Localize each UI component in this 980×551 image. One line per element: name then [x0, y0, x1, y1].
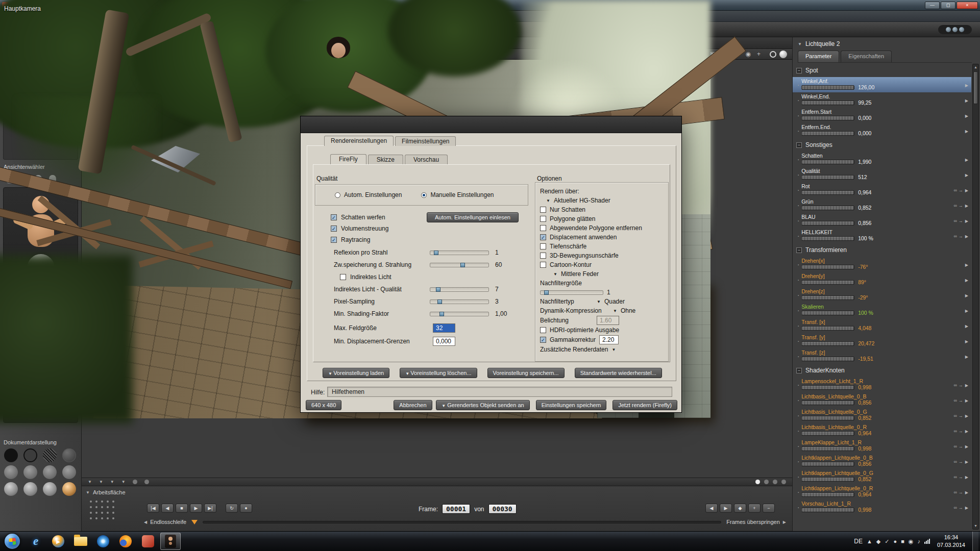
- firefox-icon[interactable]: [115, 533, 136, 550]
- extra-render-data-dropdown[interactable]: Zusätzliche Renderdaten ▼: [540, 345, 664, 354]
- save-preset-button[interactable]: Voreinstellung speichern...: [487, 368, 565, 378]
- hidden-icons-button[interactable]: ▲: [867, 538, 872, 544]
- scroll-up-icon[interactable]: ▲: [973, 64, 978, 70]
- play-button[interactable]: ▶: [190, 504, 202, 513]
- parameter-dial[interactable]: [801, 326, 854, 331]
- animation-key-icons[interactable]: ∞→: [953, 490, 963, 495]
- first-frame-button[interactable]: |◀: [147, 504, 159, 513]
- section-header[interactable]: − Sonstiges: [793, 138, 971, 152]
- parameter-dial[interactable]: [801, 85, 854, 90]
- stop-button[interactable]: ■: [176, 504, 188, 513]
- options-checkbox[interactable]: Tiefenschärfe: [540, 242, 664, 251]
- parameter-menu-icon[interactable]: ▶: [965, 324, 968, 329]
- loop-play-button[interactable]: ↻: [226, 504, 238, 513]
- dialog-tab[interactable]: Rendereinstellungen: [324, 136, 394, 146]
- quality-checkbox[interactable]: Volumenstreuung: [331, 225, 388, 232]
- hdri-checkbox[interactable]: HDRI-optimierte Ausgabe: [540, 325, 664, 335]
- save-settings-button[interactable]: Einstellungen speichern: [536, 400, 607, 410]
- options-checkbox[interactable]: Displacement anwenden: [540, 233, 664, 242]
- section-header[interactable]: − Transformieren: [793, 243, 971, 257]
- collapse-icon[interactable]: −: [796, 247, 802, 253]
- prev-frame-button[interactable]: ◀: [161, 504, 174, 513]
- indirect-light-checkbox[interactable]: Indirektes Licht: [334, 273, 391, 281]
- indirect-light-quality-slider[interactable]: [430, 287, 489, 292]
- parameter-menu-icon[interactable]: ▶: [965, 490, 968, 495]
- manual-settings-radio[interactable]: Manuelle Einstellungen: [421, 191, 494, 198]
- tray-app-4-icon[interactable]: ■: [901, 538, 904, 544]
- maximize-button[interactable]: ◻: [941, 2, 955, 9]
- parameter-menu-icon[interactable]: ▶: [965, 429, 968, 434]
- parameter-menu-icon[interactable]: ▶: [965, 219, 968, 223]
- tone-mapping-dropdown[interactable]: Ohne: [621, 307, 635, 314]
- skip-frames-toggle[interactable]: Frames überspringen ▶: [726, 519, 786, 525]
- postfilter-size-slider[interactable]: [540, 290, 603, 295]
- min-displacement-input[interactable]: 0,000: [433, 337, 455, 346]
- cancel-button[interactable]: Abbrechen: [394, 400, 432, 410]
- help-topics-field[interactable]: Hilfethemen: [327, 387, 672, 397]
- parameter-dial[interactable]: [801, 462, 854, 466]
- parameter-dial[interactable]: [801, 400, 854, 405]
- postfilter-type-dropdown[interactable]: Quader: [604, 298, 625, 305]
- options-checkbox[interactable]: Nur Schatten: [540, 205, 664, 214]
- exposure-input[interactable]: 1.60: [597, 316, 619, 325]
- parameter-menu-icon[interactable]: ▶: [965, 129, 968, 134]
- display-style-button[interactable]: [62, 482, 76, 496]
- parameter-dial[interactable]: [801, 160, 854, 164]
- display-style-button[interactable]: [43, 448, 57, 462]
- parameter-dial[interactable]: [801, 221, 854, 226]
- parameter-menu-icon[interactable]: ▶: [965, 506, 968, 510]
- animation-key-icons[interactable]: ∞→: [953, 383, 963, 388]
- display-style-button[interactable]: [23, 465, 37, 479]
- parameter-scrollbar[interactable]: ▲ ▼: [972, 64, 979, 530]
- network-icon[interactable]: [924, 539, 930, 544]
- options-checkbox[interactable]: Cartoon-Kontur: [540, 260, 664, 269]
- slider-knob[interactable]: [439, 312, 444, 316]
- tray-app-1-icon[interactable]: ◆: [876, 538, 880, 545]
- slider-knob[interactable]: [436, 287, 440, 292]
- add-keyframe-button[interactable]: +: [748, 504, 761, 513]
- delete-keyframe-button[interactable]: −: [763, 504, 775, 513]
- minimize-button[interactable]: —: [925, 2, 940, 9]
- display-style-button[interactable]: [4, 465, 18, 479]
- parameter-dial[interactable]: [801, 116, 854, 120]
- dialog-titlebar[interactable]: [301, 116, 681, 133]
- palette-header[interactable]: Lichtquelle 2: [793, 37, 980, 51]
- parameter-menu-icon[interactable]: ▶: [965, 83, 968, 88]
- collapse-icon[interactable]: −: [796, 368, 802, 373]
- viewport-option-dot[interactable]: [133, 480, 137, 484]
- camera-sphere-icon[interactable]: [779, 51, 787, 58]
- parameter-menu-icon[interactable]: ▶: [965, 204, 968, 208]
- display-style-button[interactable]: [23, 482, 37, 496]
- load-preset-button[interactable]: Voreinstellung laden: [323, 368, 389, 378]
- next-keyframe-button[interactable]: ▶: [720, 504, 732, 513]
- display-style-button[interactable]: [43, 482, 57, 496]
- parameter-menu-icon[interactable]: ▶: [965, 158, 968, 162]
- parameter-menu-icon[interactable]: ▶: [965, 188, 968, 193]
- parameter-dial[interactable]: [801, 477, 854, 482]
- parameter-dial[interactable]: [801, 311, 854, 315]
- last-frame-button[interactable]: ▶|: [204, 504, 216, 513]
- animation-key-icons[interactable]: ∞→: [953, 474, 963, 480]
- animation-key-icons[interactable]: ∞→: [953, 444, 963, 449]
- close-button[interactable]: ×: [957, 2, 978, 9]
- parameter-menu-icon[interactable]: ▶: [965, 98, 968, 103]
- media-player-icon[interactable]: ▶: [48, 533, 68, 550]
- hg-shader-dropdown[interactable]: ▼ Aktueller HG-Shader: [540, 196, 664, 205]
- poser-taskbar-icon[interactable]: [160, 533, 181, 550]
- engine-tab[interactable]: FireFly: [330, 154, 366, 164]
- parameter-dial[interactable]: [801, 295, 854, 300]
- animation-key-icons[interactable]: ∞→: [953, 505, 963, 510]
- parameter-dial[interactable]: [801, 357, 854, 361]
- animation-key-icons[interactable]: ∞→: [953, 413, 963, 418]
- palette-tab[interactable]: Eigenschaften: [841, 51, 892, 62]
- current-frame-input[interactable]: 00001: [442, 504, 470, 514]
- engine-tab[interactable]: Skizze: [368, 155, 403, 164]
- palette-tab[interactable]: Parameter: [798, 51, 839, 62]
- show-desktop-button[interactable]: [972, 532, 978, 551]
- parameter-dial[interactable]: [801, 416, 854, 420]
- view-pane-2-button[interactable]: [764, 480, 769, 484]
- parameter-menu-icon[interactable]: ▶: [965, 460, 968, 464]
- send-rendered-object-button[interactable]: ▼ Gerendertes Objekt senden an: [436, 400, 529, 410]
- edit-keyframes-button[interactable]: ◆: [734, 504, 746, 513]
- prev-keyframe-button[interactable]: ◀: [705, 504, 718, 513]
